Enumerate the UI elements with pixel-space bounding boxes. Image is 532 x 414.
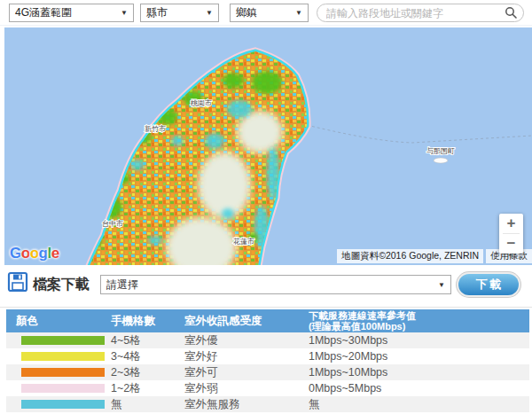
legend-row-good: 3~4格 室外好 1Mbps~20Mbps <box>6 348 529 364</box>
color-swatch-orange <box>21 368 105 377</box>
reception-value: 室外可 <box>184 365 309 380</box>
bars-value: 4~5格 <box>111 333 184 348</box>
chevron-down-icon: ▼ <box>206 9 213 17</box>
map-zoom-control: + − <box>499 214 523 254</box>
google-logo[interactable]: Google <box>10 245 59 262</box>
col-header-rate-line2: (理論最高值100Mbps) <box>309 321 529 332</box>
legend-row-none: 無 室外無服務 無 <box>6 396 529 412</box>
legend-row-excellent: 4~5格 室外優 1Mbps~30Mbps <box>6 332 529 348</box>
township-select-value: 鄉鎮 <box>236 5 257 20</box>
file-download-select-value: 請選擇 <box>106 277 138 293</box>
legend-header-row: 顏色 手機格數 室外收訊感受度 下載服務連線速率參考值 (理論最高值100Mbp… <box>6 309 529 332</box>
file-download-title: 檔案下載 <box>33 276 90 294</box>
coverage-map[interactable]: 桃園市 新竹市 台中市 花蓮市 与那国町 Google 地圖資料©2016 Go… <box>4 27 532 265</box>
top-toolbar: 4G涵蓋範圍 ▼ 縣市 ▼ 鄉鎮 ▼ <box>0 0 532 26</box>
bars-value: 1~2格 <box>111 381 184 396</box>
col-header-reception: 室外收訊感受度 <box>184 314 309 329</box>
legend-row-fair: 2~3格 室外可 1Mbps~10Mbps <box>6 364 529 380</box>
rate-value: 1Mbps~30Mbps <box>309 334 529 347</box>
chevron-down-icon: ▼ <box>295 9 302 17</box>
coverage-type-select[interactable]: 4G涵蓋範圍 ▼ <box>9 4 134 22</box>
bars-value: 2~3格 <box>111 365 184 380</box>
col-header-bars: 手機格數 <box>111 314 184 329</box>
map-attribution-text: 地圖資料©2016 Google, ZENRIN <box>337 249 483 263</box>
rate-value: 1Mbps~20Mbps <box>309 350 529 363</box>
bars-value: 3~4格 <box>111 349 184 364</box>
col-header-color: 顏色 <box>6 314 111 329</box>
reception-value: 室外優 <box>184 333 309 348</box>
section-divider <box>0 307 532 308</box>
download-button[interactable]: 下載 <box>458 274 519 295</box>
map-label-hsinchu: 新竹市 <box>145 125 166 133</box>
reception-value: 室外無服務 <box>184 397 309 412</box>
search-box <box>317 4 524 22</box>
floppy-disk-icon <box>7 271 28 293</box>
coverage-legend-table: 顏色 手機格數 室外收訊感受度 下載服務連線速率參考值 (理論最高值100Mbp… <box>6 309 529 412</box>
county-select[interactable]: 縣市 ▼ <box>140 4 219 22</box>
map-label-yonaguni: 与那国町 <box>426 147 455 155</box>
bars-value: 無 <box>111 397 184 412</box>
color-swatch-cyan <box>21 400 105 409</box>
search-input[interactable] <box>317 4 524 22</box>
map-label-taoyuan: 桃園市 <box>191 99 212 107</box>
color-swatch-pink <box>21 384 105 393</box>
color-swatch-green <box>21 336 105 345</box>
township-select[interactable]: 鄉鎮 ▼ <box>230 4 309 22</box>
chevron-down-icon: ▼ <box>121 9 128 17</box>
search-icon[interactable] <box>505 6 518 20</box>
rate-value: 1Mbps~10Mbps <box>309 366 529 379</box>
color-swatch-yellow <box>21 352 105 361</box>
taiwan-coverage-map-svg: 桃園市 新竹市 台中市 花蓮市 与那国町 <box>4 27 532 265</box>
yonaguni-island <box>434 158 448 163</box>
legend-row-weak: 1~2格 室外弱 0Mbps~5Mbps <box>6 380 529 396</box>
county-select-value: 縣市 <box>146 5 168 20</box>
col-header-rate-line1: 下載服務連線速率參考值 <box>309 310 529 321</box>
coverage-type-select-value: 4G涵蓋範圍 <box>15 5 72 20</box>
rate-value: 無 <box>309 397 529 412</box>
rate-value: 0Mbps~5Mbps <box>309 382 529 394</box>
map-label-taichung: 台中市 <box>102 220 123 228</box>
file-download-select[interactable]: 請選擇 ▼ <box>100 275 451 294</box>
file-download-bar: 檔案下載 請選擇 ▼ 下載 <box>0 269 532 304</box>
reception-value: 室外弱 <box>184 381 309 396</box>
reception-value: 室外好 <box>184 349 309 364</box>
zoom-out-button[interactable]: − <box>499 234 523 254</box>
mountain-area <box>198 152 251 219</box>
col-header-rate: 下載服務連線速率參考值 (理論最高值100Mbps) <box>309 310 529 332</box>
map-label-hualien: 花蓮市 <box>233 238 254 246</box>
chevron-down-icon: ▼ <box>438 281 445 289</box>
zoom-in-button[interactable]: + <box>499 214 523 233</box>
